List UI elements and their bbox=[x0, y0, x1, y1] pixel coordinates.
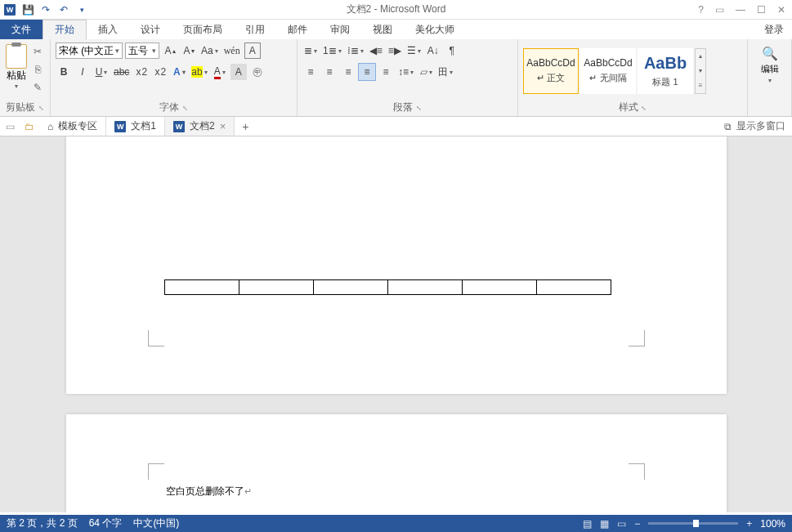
help-button[interactable]: ? bbox=[698, 4, 704, 16]
multilevel-button[interactable]: ⁞≣▾ bbox=[346, 42, 365, 59]
tab-beautify[interactable]: 美化大师 bbox=[404, 20, 466, 39]
tab-layout[interactable]: 页面布局 bbox=[172, 20, 234, 39]
group-paragraph: ≣▾ 1≣▾ ⁞≣▾ ◀≡ ≡▶ ☰▾ A↓ ¶ ≡ ≡ ≡ ≡ ≡ ↕≡▾ ▱… bbox=[298, 39, 518, 116]
scroll-down-icon[interactable]: ▾ bbox=[696, 64, 705, 78]
redo-icon[interactable]: ↷ bbox=[39, 3, 52, 16]
word-count[interactable]: 64 个字 bbox=[89, 516, 123, 530]
tab-view[interactable]: 视图 bbox=[361, 20, 404, 39]
zoom-in-button[interactable]: + bbox=[746, 518, 752, 530]
chevron-down-icon[interactable]: ▾ bbox=[768, 77, 772, 84]
tab-design[interactable]: 设计 bbox=[129, 20, 172, 39]
superscript-button[interactable]: x2 bbox=[152, 64, 168, 80]
align-left-button[interactable]: ≡ bbox=[302, 64, 319, 80]
zoom-level[interactable]: 100% bbox=[760, 518, 785, 530]
indent-increase-button[interactable]: ≡▶ bbox=[387, 42, 403, 59]
zoom-thumb[interactable] bbox=[693, 520, 699, 527]
paste-button[interactable]: 粘贴 ▾ bbox=[5, 42, 27, 90]
multiwindow-label[interactable]: 显示多窗口 bbox=[736, 119, 785, 133]
phonetic-button[interactable]: wén bbox=[222, 42, 242, 59]
cut-icon[interactable]: ✂ bbox=[30, 44, 45, 59]
highlight-button[interactable]: ab▾ bbox=[190, 64, 208, 80]
maximize-button[interactable]: ☐ bbox=[757, 4, 766, 16]
text-effects-button[interactable]: A▾ bbox=[171, 64, 187, 80]
tab-label: 文档1 bbox=[131, 119, 156, 133]
enclose-char-button[interactable]: ㊥ bbox=[249, 64, 266, 80]
dialog-launcher-icon[interactable]: ⤡ bbox=[182, 105, 188, 112]
dialog-launcher-icon[interactable]: ⤡ bbox=[38, 105, 44, 112]
align-distribute-button[interactable]: ≡ bbox=[378, 64, 394, 80]
dialog-launcher-icon[interactable]: ⤡ bbox=[416, 105, 422, 112]
chevron-down-icon: ▾ bbox=[152, 47, 156, 55]
web-layout-icon[interactable]: ▭ bbox=[617, 518, 626, 530]
bullets-button[interactable]: ≣▾ bbox=[302, 42, 319, 59]
tab-doc2[interactable]: W 文档2 × bbox=[165, 117, 235, 136]
font-size-combo[interactable]: 五号▾ bbox=[125, 42, 159, 59]
tab-mailings[interactable]: 邮件 bbox=[276, 20, 319, 39]
style-gallery-scroll[interactable]: ▴ ▾ ≡ bbox=[695, 48, 706, 94]
line-spacing-button[interactable]: ↕≡▾ bbox=[396, 64, 415, 80]
style-normal[interactable]: AaBbCcDd ↵ 正文 bbox=[523, 48, 579, 94]
indent-decrease-button[interactable]: ◀≡ bbox=[368, 42, 384, 59]
ribbon-options-button[interactable]: ▭ bbox=[715, 4, 724, 16]
font-color-button[interactable]: A▾ bbox=[212, 64, 228, 80]
zoom-out-button[interactable]: − bbox=[634, 518, 640, 530]
font-name-combo[interactable]: 宋体 (中文正▾ bbox=[56, 42, 123, 59]
bold-button[interactable]: B bbox=[56, 64, 72, 80]
copy-icon[interactable]: ⎘ bbox=[30, 62, 45, 77]
minimize-button[interactable]: — bbox=[736, 4, 745, 16]
undo-icon[interactable]: ↶ bbox=[57, 3, 70, 16]
close-button[interactable]: ✕ bbox=[777, 4, 785, 16]
page-1[interactable] bbox=[66, 136, 727, 394]
paragraph-marks-button[interactable]: ¶ bbox=[444, 42, 460, 59]
underline-button[interactable]: U▾ bbox=[93, 64, 110, 80]
language-status[interactable]: 中文(中国) bbox=[133, 516, 179, 530]
print-layout-icon[interactable]: ▦ bbox=[600, 518, 609, 530]
qat-more-icon[interactable]: ▾ bbox=[75, 3, 88, 16]
multiwindow-icon[interactable]: ⧉ bbox=[724, 121, 732, 132]
document-table[interactable] bbox=[164, 279, 611, 295]
format-painter-icon[interactable]: ✎ bbox=[30, 80, 45, 95]
tab-insert[interactable]: 插入 bbox=[87, 20, 129, 39]
scroll-up-icon[interactable]: ▴ bbox=[696, 49, 705, 64]
save-icon[interactable]: 💾 bbox=[21, 3, 34, 16]
shrink-font-button[interactable]: A▾ bbox=[181, 42, 197, 59]
align-center-button[interactable]: ≡ bbox=[321, 64, 338, 80]
tab-references[interactable]: 引用 bbox=[234, 20, 276, 39]
grow-font-button[interactable]: A▴ bbox=[162, 42, 178, 59]
subscript-button[interactable]: x2 bbox=[133, 64, 150, 80]
shading-button[interactable]: ▱▾ bbox=[418, 64, 434, 80]
text-direction-button[interactable]: ☰▾ bbox=[405, 42, 423, 59]
sort-button[interactable]: A↓ bbox=[425, 42, 441, 59]
page-status[interactable]: 第 2 页，共 2 页 bbox=[7, 516, 78, 530]
char-shading-button[interactable]: A bbox=[230, 64, 247, 80]
italic-button[interactable]: I bbox=[74, 64, 91, 80]
new-blank-icon[interactable]: ▭ bbox=[0, 117, 20, 136]
tab-doc1[interactable]: W 文档1 bbox=[106, 117, 165, 136]
read-mode-icon[interactable]: ▤ bbox=[583, 518, 592, 530]
document-text[interactable]: 空白页总删除不了↵ bbox=[166, 485, 252, 498]
tab-templates[interactable]: ⌂ 模板专区 bbox=[39, 117, 106, 136]
strike-button[interactable]: abc bbox=[112, 64, 131, 80]
zoom-slider[interactable] bbox=[648, 522, 738, 525]
style-heading1[interactable]: AaBb 标题 1 bbox=[638, 48, 693, 94]
tab-file[interactable]: 文件 bbox=[0, 20, 43, 39]
borders-button[interactable]: 田▾ bbox=[436, 64, 454, 80]
new-tab-button[interactable]: + bbox=[235, 117, 256, 136]
numbering-button[interactable]: 1≣▾ bbox=[321, 42, 343, 59]
align-justify-button[interactable]: ≡ bbox=[359, 64, 375, 80]
document-area[interactable]: 空白页总删除不了↵ bbox=[0, 136, 792, 512]
align-right-button[interactable]: ≡ bbox=[340, 64, 356, 80]
dialog-launcher-icon[interactable]: ⤡ bbox=[641, 105, 647, 112]
open-folder-icon[interactable]: 🗀 bbox=[20, 117, 39, 136]
gallery-expand-icon[interactable]: ≡ bbox=[696, 78, 705, 93]
login-button[interactable]: 登录 bbox=[756, 20, 792, 39]
tab-home[interactable]: 开始 bbox=[43, 20, 87, 39]
style-preview: AaBbCcDd bbox=[584, 57, 632, 69]
close-tab-icon[interactable]: × bbox=[220, 120, 226, 132]
tab-review[interactable]: 审阅 bbox=[319, 20, 361, 39]
char-border-button[interactable]: A bbox=[244, 42, 261, 59]
page-2[interactable]: 空白页总删除不了↵ bbox=[66, 414, 727, 512]
style-nospacing[interactable]: AaBbCcDd ↵ 无间隔 bbox=[580, 48, 636, 94]
change-case-button[interactable]: Aa▾ bbox=[199, 42, 220, 59]
find-icon[interactable]: 🔍 bbox=[762, 46, 778, 61]
